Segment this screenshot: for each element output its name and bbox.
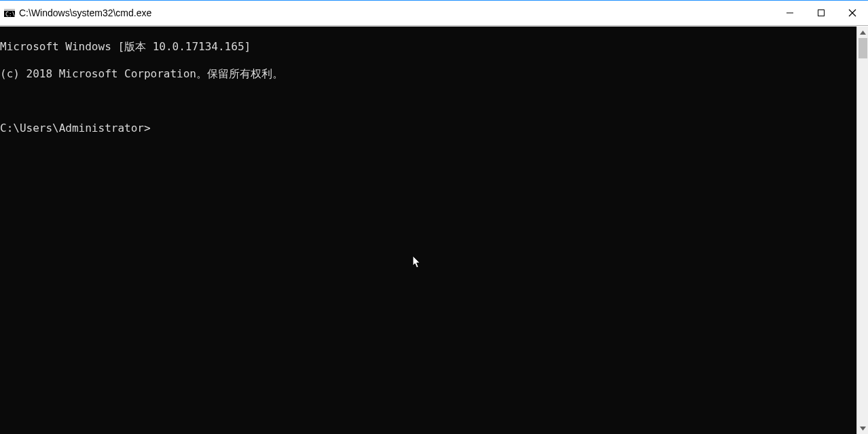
minimize-button[interactable] bbox=[774, 1, 806, 25]
window-titlebar[interactable]: C:\ C:\Windows\system32\cmd.exe bbox=[0, 1, 868, 26]
close-button[interactable] bbox=[837, 1, 868, 25]
console-line: Microsoft Windows [版本 10.0.17134.165] bbox=[0, 40, 856, 54]
svg-rect-4 bbox=[818, 10, 825, 16]
cmd-app-icon: C:\ bbox=[4, 7, 15, 18]
scroll-down-arrow-icon[interactable] bbox=[857, 422, 868, 434]
scroll-thumb[interactable] bbox=[858, 38, 867, 58]
console-area: Microsoft Windows [版本 10.0.17134.165] (c… bbox=[0, 26, 868, 434]
console-line: (c) 2018 Microsoft Corporation。保留所有权利。 bbox=[0, 67, 856, 81]
scroll-up-arrow-icon[interactable] bbox=[857, 26, 868, 38]
maximize-button[interactable] bbox=[806, 1, 837, 25]
window-controls bbox=[774, 1, 868, 26]
svg-text:C:\: C:\ bbox=[5, 12, 15, 18]
console-line bbox=[0, 94, 856, 108]
vertical-scrollbar[interactable] bbox=[856, 26, 868, 434]
console-prompt: C:\Users\Administrator> bbox=[0, 122, 856, 135]
window-title: C:\Windows\system32\cmd.exe bbox=[19, 1, 151, 26]
console-output[interactable]: Microsoft Windows [版本 10.0.17134.165] (c… bbox=[0, 26, 856, 434]
svg-rect-1 bbox=[4, 9, 15, 11]
